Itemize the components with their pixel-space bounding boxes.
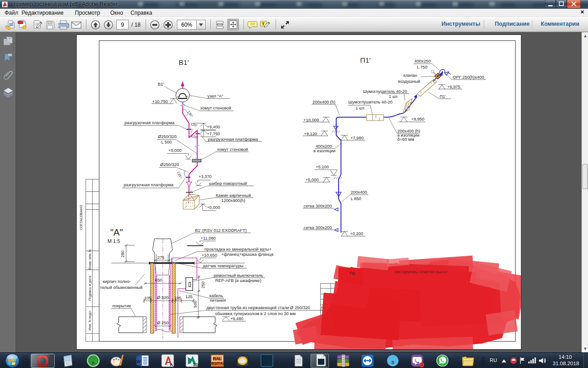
svg-text:+3,370: +3,370 xyxy=(198,174,212,179)
svg-text:+10,750: +10,750 xyxy=(153,99,168,104)
svg-text:+5,100: +5,100 xyxy=(316,165,329,169)
svg-text:105: 105 xyxy=(175,296,182,300)
svg-text:хомут стеновой: хомут стеновой xyxy=(200,106,231,110)
svg-text:3DS: 3DS xyxy=(193,362,199,367)
svg-text:+9,120: +9,120 xyxy=(304,132,317,136)
svg-text:μ: μ xyxy=(92,360,94,365)
svg-text:Ø250/320: Ø250/320 xyxy=(160,162,179,167)
svg-text:Ps: Ps xyxy=(263,360,268,365)
svg-text:+7,980: +7,980 xyxy=(351,136,364,140)
svg-text:400x250: 400x250 xyxy=(414,59,431,63)
svg-text:250: 250 xyxy=(201,281,205,288)
svg-text:Ø 320: Ø 320 xyxy=(157,295,169,300)
svg-text:L 850: L 850 xyxy=(351,196,361,201)
svg-text:хомут стеновой: хомут стеновой xyxy=(217,147,248,152)
svg-text:200x400 (h): 200x400 (h) xyxy=(312,100,335,104)
svg-text:T: T xyxy=(262,22,265,26)
svg-text:разгрузочная платформа: разгрузочная платформа xyxy=(124,121,175,125)
svg-text:Инв. N подл.: Инв. N подл. xyxy=(88,310,92,330)
svg-text:+5,000: +5,000 xyxy=(168,148,181,153)
svg-text:сетка 300x200: сетка 300x200 xyxy=(304,204,332,208)
svg-text:105: 105 xyxy=(144,296,152,300)
svg-text:275: 275 xyxy=(158,255,165,260)
svg-text:400x200: 400x200 xyxy=(316,144,332,149)
svg-text:питания: питания xyxy=(210,298,226,303)
svg-text:+7,750: +7,750 xyxy=(207,132,220,136)
svg-text:кирпич полно-: кирпич полно- xyxy=(103,279,131,284)
svg-text:оектируемы отметки высот: оектируемы отметки высот xyxy=(394,270,448,274)
svg-text:В1': В1' xyxy=(158,82,164,86)
svg-text:1 шт.: 1 шт. xyxy=(356,106,365,110)
svg-text:S: S xyxy=(391,360,394,365)
svg-text:+0,000: +0,000 xyxy=(207,205,220,210)
svg-text:+0,200: +0,200 xyxy=(350,231,363,236)
svg-text:+10,650: +10,650 xyxy=(202,253,217,258)
svg-text:Подпись и дата: Подпись и дата xyxy=(88,276,92,301)
svg-text:1200x900(h): 1200x900(h) xyxy=(221,198,245,203)
svg-text:1 шт.: 1 шт. xyxy=(389,94,398,99)
svg-text:Ø 250: Ø 250 xyxy=(157,321,169,325)
svg-text:Ps: Ps xyxy=(319,360,324,364)
svg-text:DIGITAL: DIGITAL xyxy=(210,361,224,366)
svg-text:воздушный: воздушный xyxy=(398,79,420,84)
svg-text:+9,975: +9,975 xyxy=(447,85,461,89)
svg-text:разгрузочная платформа: разгрузочная платформа xyxy=(124,183,174,187)
svg-text:кабель: кабель xyxy=(209,293,223,298)
svg-text:125: 125 xyxy=(186,294,193,299)
svg-text:в изоляции: в изоляции xyxy=(313,149,335,153)
svg-text:клапан: клапан xyxy=(403,73,417,78)
svg-text:500: 500 xyxy=(193,300,198,308)
svg-text:разгрузочная платформа: разгрузочная платформа xyxy=(208,137,259,142)
svg-text:датчик температуры: датчик температуры xyxy=(203,264,243,268)
svg-text:280: 280 xyxy=(120,250,125,258)
svg-text:В1': В1' xyxy=(179,58,189,66)
svg-text:+фланец+крышка фланца: +фланец+крышка фланца xyxy=(221,252,274,257)
svg-text:4: 4 xyxy=(420,362,423,367)
svg-text:Шумоглушитель 40-20: Шумоглушитель 40-20 xyxy=(348,100,392,104)
svg-text:Камин кирпичный: Камин кирпичный xyxy=(216,193,251,198)
svg-text:прокладка из минеральной ваты+: прокладка из минеральной ваты+ xyxy=(204,247,271,252)
svg-text:+10,000: +10,000 xyxy=(304,118,319,122)
svg-text:ОРГ 250(h)x400: ОРГ 250(h)x400 xyxy=(453,75,484,80)
svg-text:W: W xyxy=(137,359,141,364)
svg-text:П1': П1' xyxy=(440,94,446,99)
svg-text:+9,950: +9,950 xyxy=(411,117,424,121)
svg-text:L 500: L 500 xyxy=(161,140,172,144)
svg-text:+5,000: +5,000 xyxy=(305,178,319,182)
svg-text:Пр: Пр xyxy=(350,271,356,276)
svg-text:L 750: L 750 xyxy=(417,65,428,69)
svg-text:узел "А": узел "А" xyxy=(207,94,223,98)
svg-text:шибер поворотный: шибер поворотный xyxy=(209,181,247,186)
svg-text:СОГЛАСОВАНО: СОГЛАСОВАНО xyxy=(79,205,83,230)
svg-text:П1': П1' xyxy=(360,56,371,64)
svg-text:+9,400: +9,400 xyxy=(207,125,220,129)
svg-text:650: 650 xyxy=(155,278,163,282)
svg-text:М 1:5: М 1:5 xyxy=(107,238,120,244)
svg-text:δ=60 мм: δ=60 мм xyxy=(397,137,414,142)
svg-text:A: A xyxy=(170,362,173,367)
svg-text:Взам. инв. N: Взам. инв. N xyxy=(88,249,92,270)
svg-text:+11,080: +11,080 xyxy=(201,236,216,241)
svg-text:Ø250/320: Ø250/320 xyxy=(158,134,177,139)
svg-text:В1' (RSV 012 EXODRAFT): В1' (RSV 012 EXODRAFT) xyxy=(195,228,247,233)
svg-text:сетка 300x200: сетка 300x200 xyxy=(304,225,332,230)
svg-text:"А": "А" xyxy=(110,227,123,237)
svg-text:RAL: RAL xyxy=(213,356,221,361)
svg-text:REP-AFB (в шкафчике): REP-AFB (в шкафчике) xyxy=(215,278,261,283)
svg-text:двустенная труба из нержавеюще: двустенная труба из нержавеющей стали Ø … xyxy=(206,305,310,310)
svg-text:ремонтный выключатель: ремонтный выключатель xyxy=(214,273,263,278)
svg-text:+9,480: +9,480 xyxy=(230,316,243,321)
svg-text:телый обыкновенный: телый обыкновенный xyxy=(100,285,143,290)
svg-text:покрытие: покрытие xyxy=(113,304,131,308)
svg-text:200x400: 200x400 xyxy=(351,190,367,195)
svg-text:обшивка суперизолом в 2 слоя п: обшивка суперизолом в 2 слоя по 30 мм xyxy=(215,311,296,316)
svg-text:Шумоглушитель 40-20: Шумоглушитель 40-20 xyxy=(363,89,407,94)
